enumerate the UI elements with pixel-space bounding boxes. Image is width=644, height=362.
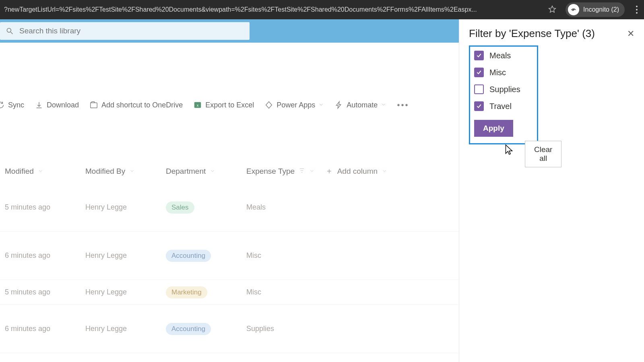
cmd-export-label: Export to Excel [205, 101, 254, 109]
col-modified-label: Modified [5, 167, 34, 176]
incognito-badge[interactable]: Incognito (2) [566, 2, 625, 17]
filter-option-label: Supplies [489, 85, 520, 94]
table-row[interactable]: 6 minutes agoHenry LeggeAccountingMisc [0, 232, 459, 280]
cmd-export-excel[interactable]: x Export to Excel [193, 101, 254, 109]
powerapps-icon [264, 101, 273, 109]
filter-panel-title: Filter by 'Expense Type' (3) [469, 27, 595, 40]
cmd-automate-label: Automate [347, 101, 378, 109]
chevron-down-icon [38, 167, 43, 176]
filter-option-travel[interactable]: Travel [474, 101, 533, 111]
col-modified[interactable]: Modified [5, 167, 85, 176]
filter-option-meals[interactable]: Meals [474, 51, 533, 60]
download-icon [35, 101, 43, 109]
clear-all-button[interactable]: Clear all [525, 141, 561, 167]
cell-expense-type: Meals [246, 203, 335, 212]
col-add-label: Add column [337, 167, 378, 176]
cell-modified: 5 minutes ago [5, 203, 85, 212]
search-input[interactable] [19, 27, 244, 35]
table-row[interactable]: 6 minutes agoHenry LeggeAccountingSuppli… [0, 305, 459, 353]
chevron-down-icon [381, 101, 386, 109]
filter-option-misc[interactable]: Misc [474, 68, 533, 77]
svg-point-0 [7, 28, 11, 32]
cell-department: Marketing [166, 286, 246, 298]
main-content: Sync Download Add shortcut to OneDrive x… [0, 43, 459, 362]
checkbox[interactable] [474, 84, 484, 94]
svg-text:x: x [197, 103, 199, 107]
browser-menu-icon[interactable] [634, 3, 640, 16]
column-headers: Modified Modified By Department Expense … [0, 159, 459, 183]
cell-modified: 5 minutes ago [5, 288, 85, 296]
cell-department: Sales [166, 202, 246, 214]
col-department[interactable]: Department [166, 167, 246, 176]
cell-expense-type: Misc [246, 251, 335, 260]
checkbox[interactable] [474, 68, 484, 77]
automate-icon [334, 101, 343, 109]
cmd-download[interactable]: Download [35, 101, 79, 109]
chevron-down-icon [129, 167, 135, 176]
table-row[interactable]: 5 minutes agoHenry LeggeSalesMeals [0, 183, 459, 232]
col-expense-type[interactable]: Expense Type [246, 167, 327, 176]
filter-highlight: MealsMiscSuppliesTravel Apply Clear all [469, 45, 538, 144]
filter-option-supplies[interactable]: Supplies [474, 84, 533, 94]
chevron-down-icon [309, 167, 315, 176]
col-modified-by[interactable]: Modified By [85, 167, 166, 176]
cell-expense-type: Misc [246, 288, 335, 296]
bookmark-star-icon[interactable] [548, 5, 557, 15]
svg-line-1 [11, 32, 13, 34]
cell-modified-by: Henry Legge [85, 251, 166, 260]
library-search[interactable] [0, 22, 250, 40]
col-modifiedby-label: Modified By [85, 167, 125, 176]
cmd-sync-label: Sync [8, 101, 24, 109]
cmd-more[interactable]: ••• [397, 101, 409, 110]
search-icon [6, 27, 14, 35]
filter-panel: Filter by 'Expense Type' (3) ✕ MealsMisc… [459, 19, 644, 362]
cmd-shortcut-label: Add shortcut to OneDrive [101, 101, 183, 109]
cell-expense-type: Supplies [246, 325, 335, 333]
browser-chrome: ?newTargetListUrl=%2Fsites%2FTestSite%2F… [0, 0, 644, 19]
cell-modified-by: Henry Legge [85, 325, 166, 333]
onedrive-shortcut-icon [89, 101, 98, 109]
plus-icon: + [327, 167, 332, 176]
cmd-sync[interactable]: Sync [0, 101, 24, 109]
apply-button[interactable]: Apply [474, 120, 513, 137]
chevron-down-icon [210, 167, 215, 176]
chevron-down-icon [382, 167, 387, 176]
incognito-label: Incognito (2) [583, 6, 619, 13]
cmd-automate[interactable]: Automate [334, 101, 386, 109]
cmd-download-label: Download [47, 101, 79, 109]
col-add-column[interactable]: + Add column [327, 167, 407, 176]
filter-option-label: Travel [489, 102, 512, 111]
data-rows: 5 minutes agoHenry LeggeSalesMeals6 minu… [0, 183, 459, 353]
cmd-add-shortcut[interactable]: Add shortcut to OneDrive [89, 101, 183, 109]
cell-modified: 6 minutes ago [5, 325, 85, 333]
filter-applied-icon [299, 167, 305, 176]
chevron-down-icon [318, 101, 324, 109]
col-department-label: Department [166, 167, 206, 176]
filter-option-label: Meals [489, 51, 511, 60]
excel-icon: x [193, 101, 202, 109]
cell-department: Accounting [166, 250, 246, 262]
sync-icon [0, 101, 5, 109]
checkbox[interactable] [474, 51, 484, 60]
filter-option-label: Misc [489, 68, 506, 77]
table-row[interactable]: 5 minutes agoHenry LeggeMarketingMisc [0, 280, 459, 305]
incognito-icon [568, 4, 579, 15]
cmd-powerapps-label: Power Apps [277, 101, 315, 109]
cell-department: Accounting [166, 323, 246, 335]
cursor-icon [504, 144, 514, 156]
svg-rect-2 [91, 103, 97, 108]
cmd-power-apps[interactable]: Power Apps [264, 101, 324, 109]
col-expense-label: Expense Type [246, 167, 295, 176]
command-bar: Sync Download Add shortcut to OneDrive x… [0, 95, 459, 115]
more-icon: ••• [397, 101, 409, 110]
cell-modified: 6 minutes ago [5, 251, 85, 260]
cell-modified-by: Henry Legge [85, 203, 166, 212]
checkbox[interactable] [474, 101, 484, 111]
close-icon[interactable]: ✕ [627, 29, 634, 39]
cell-modified-by: Henry Legge [85, 288, 166, 296]
address-bar-text: ?newTargetListUrl=%2Fsites%2FTestSite%2F… [4, 6, 540, 13]
